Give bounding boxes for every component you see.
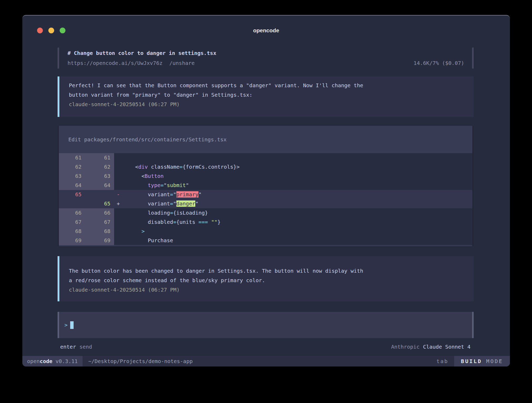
- diff-row: 6363 <Button: [59, 172, 472, 181]
- diff-marker: [114, 162, 122, 172]
- code-token: =: [180, 164, 183, 170]
- text-cursor: [70, 321, 74, 329]
- new-line-number: [85, 190, 114, 199]
- old-line-number: 64: [59, 181, 85, 190]
- titlebar: opencode: [22, 16, 510, 40]
- diff-marker: [114, 153, 122, 162]
- code-line: <Button: [122, 172, 472, 181]
- diff-marker: [114, 218, 122, 227]
- code-line: <div className={formCs.controls}>: [122, 162, 472, 172]
- new-line-number: 67: [85, 218, 114, 227]
- prompt-chevron: >: [64, 322, 68, 328]
- code-token: disabled: [122, 219, 173, 225]
- session-header: # Change button color to danger in setti…: [58, 48, 474, 69]
- new-line-number: 68: [85, 227, 114, 236]
- code-token: className: [148, 164, 179, 170]
- main-content: # Change button color to danger in setti…: [22, 40, 510, 356]
- diff-row: 6262 <div className={formCs.controls}>: [59, 162, 472, 172]
- enter-key-hint: enter: [60, 342, 76, 351]
- code-token: >: [141, 228, 145, 234]
- diff-marker: [114, 236, 122, 245]
- code-token: loading: [122, 210, 170, 216]
- tab-key-hint[interactable]: tab: [436, 356, 448, 366]
- model-indicator[interactable]: AnthropicClaude Sonnet 4: [391, 342, 470, 351]
- code-token: ": [195, 200, 198, 207]
- code-token: danger: [176, 200, 195, 207]
- unshare-command[interactable]: /unshare: [169, 58, 195, 68]
- new-line-number: 65: [85, 199, 114, 208]
- old-line-number: 62: [59, 162, 85, 172]
- code-token: =: [161, 182, 164, 188]
- code-token: =: [170, 200, 173, 207]
- diff-row: 6868 >: [59, 227, 472, 236]
- edit-tool-card: Edit packages/frontend/src/containers/Se…: [58, 126, 474, 246]
- code-token: Purchase: [122, 237, 173, 244]
- code-line: [122, 153, 472, 162]
- session-title: # Change button color to danger in setti…: [68, 48, 464, 58]
- new-line-number: 64: [85, 181, 114, 190]
- assistant-message: The button color has been changed to dan…: [58, 256, 474, 301]
- minimize-button[interactable]: [48, 28, 54, 33]
- code-token: }: [217, 219, 221, 225]
- diff-row: 6464 type="submit": [59, 181, 472, 190]
- message-text: Perfect! I can see that the Button compo…: [69, 81, 467, 90]
- code-token: {units: [176, 219, 198, 225]
- mode-label: MODE: [486, 358, 503, 364]
- code-token: ": [173, 200, 176, 207]
- model-timestamp: claude-sonnet-4-20250514 (06:27 PM): [69, 100, 467, 109]
- mode-value: BUILD: [461, 358, 482, 364]
- new-line-number: 63: [85, 172, 114, 181]
- code-token: "": [211, 219, 217, 225]
- diff-row: 6161: [59, 153, 472, 162]
- code-token: ": [173, 191, 176, 198]
- code-token: [208, 219, 211, 225]
- code-token: =: [170, 191, 173, 198]
- mode-segment[interactable]: BUILD MODE: [454, 356, 510, 366]
- code-token: [122, 228, 141, 234]
- new-line-number: 66: [85, 208, 114, 218]
- working-directory: ~/Desktop/Projects/demo-notes-app: [88, 356, 193, 366]
- app-name-code: code: [40, 358, 52, 364]
- send-action-hint: send: [79, 342, 92, 351]
- message-text: a red/rose color scheme instead of the b…: [69, 276, 467, 285]
- message-text: The button color has been changed to dan…: [69, 266, 467, 276]
- status-bar: opencode v0.3.11 ~/Desktop/Projects/demo…: [22, 356, 510, 366]
- share-url[interactable]: https://opencode.ai/s/UwJxv76z: [68, 58, 162, 68]
- diff-marker: [114, 172, 122, 181]
- diff-marker: -: [114, 190, 122, 199]
- diff-marker: [114, 181, 122, 190]
- code-token: Button: [145, 173, 163, 179]
- session-meta: https://opencode.ai/s/UwJxv76z /unshare …: [68, 58, 464, 68]
- maximize-button[interactable]: [60, 28, 65, 33]
- diff-marker: [114, 208, 122, 218]
- traffic-lights: [37, 28, 65, 33]
- new-line-number: 61: [85, 153, 114, 162]
- diff-marker: [114, 227, 122, 236]
- window-title: opencode: [22, 21, 510, 40]
- statusbar-spacer: [193, 356, 436, 366]
- code-token: {isLoading}: [173, 210, 208, 216]
- diff-row: 6767 disabled={units === ""}: [59, 218, 472, 227]
- app-version: v0.3.11: [55, 358, 78, 364]
- code-line: disabled={units === ""}: [122, 218, 472, 227]
- code-token: {formCs.controls}>: [183, 164, 240, 170]
- token-usage: 14.6K/7% ($0.07): [413, 58, 464, 68]
- diff-marker: +: [114, 199, 122, 208]
- code-token: type: [148, 182, 160, 188]
- code-token: ": [186, 182, 189, 188]
- diff-file-header: Edit packages/frontend/src/containers/Se…: [59, 126, 472, 153]
- assistant-message: Perfect! I can see that the Button compo…: [58, 76, 474, 117]
- old-line-number: 68: [59, 227, 85, 236]
- code-token: <: [122, 173, 145, 179]
- provider-name: Anthropic: [391, 344, 420, 350]
- diff-row: 6666 loading={isLoading}: [59, 208, 472, 218]
- code-line: Purchase: [122, 236, 472, 245]
- code-token: <: [122, 164, 138, 170]
- opencode-window: opencode # Change button color to danger…: [22, 15, 510, 366]
- prompt-input[interactable]: >: [58, 312, 474, 338]
- code-line: variant="primary": [122, 190, 472, 199]
- old-line-number: 69: [59, 236, 85, 245]
- close-button[interactable]: [37, 28, 43, 33]
- code-token: submit: [167, 182, 186, 188]
- old-line-number: 61: [59, 153, 85, 162]
